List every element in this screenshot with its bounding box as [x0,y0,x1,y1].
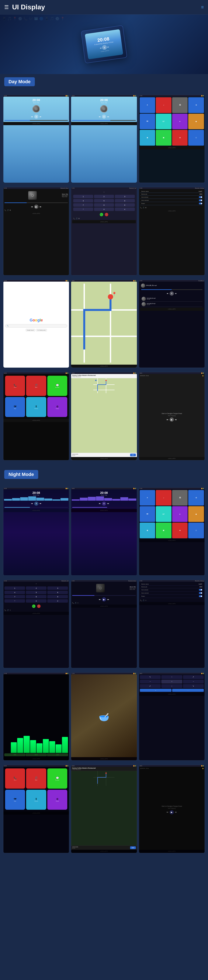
num-2[interactable]: 2 [94,195,114,198]
night-num-star[interactable]: * [5,599,25,603]
call-buttons[interactable]: 📞 📵 [72,212,136,217]
next-icon[interactable]: ⏭ [40,116,41,118]
night-app-bt[interactable]: BT [156,506,172,522]
night-bt-music-controls[interactable]: ⏮ ▶ ⏭ [71,597,137,601]
app-icon-photos[interactable]: 🖼 [172,97,188,113]
go-button[interactable]: GO [130,453,136,457]
night-num-3[interactable]: 3 [47,586,68,590]
night-power-toggle[interactable] [199,595,202,597]
carplay-messages[interactable]: 💬 Messages [47,376,67,396]
night-app-map[interactable]: 🗺 [140,506,155,522]
google-search-bar[interactable]: 🔍 [5,324,67,328]
night-call-btn[interactable]: 📞 [32,605,35,608]
num-7[interactable]: 7 [73,203,93,207]
song-item-2[interactable]: 华年往事_同F.mp3 华年往事 [141,302,202,307]
bt-prev[interactable]: ⏮ [31,206,33,208]
carplay-maps[interactable]: 🗺 Maps [5,397,25,417]
night-carplay-messages[interactable]: 💬 Messages [47,768,67,788]
app-icon-telegram[interactable]: ✈ [140,97,155,113]
bt-play[interactable]: ▶ [34,205,38,209]
eq-btn-3[interactable]: JAZZ [47,754,68,756]
zoom-out-btn[interactable]: - [172,689,204,692]
end-call-button[interactable]: 📵 [105,213,108,216]
eq-bottom-btns[interactable]: POP ROCK JAZZ [5,754,68,756]
carplay-phone[interactable]: 📞 Phone [5,376,25,396]
num-6[interactable]: 6 [115,199,135,202]
settings-power[interactable]: Power [140,202,203,205]
arrow-center[interactable]: ○ [161,680,182,684]
app-icon-bt[interactable]: BT [156,114,172,129]
night-carplay-maps[interactable]: 🗺 Maps [5,790,25,810]
night-num-9[interactable]: 9 [47,595,68,598]
night-numpad[interactable]: 1 2 3 4 5 6 7 8 9 * 0 # [3,585,69,604]
song-item-1[interactable]: 华年往事_同E.mp3 华年往事 [141,296,202,302]
night-num-0[interactable]: 0 [26,599,46,603]
app-icon-4[interactable]: ◆ [188,114,204,129]
arrow-up[interactable]: ↑ [161,675,182,679]
auto-answer-toggle[interactable] [199,196,202,198]
arrow-down-right[interactable]: ↘ [183,684,204,688]
night-call-buttons[interactable]: 📞 📵 [3,604,69,609]
feeling-lucky-btn[interactable]: I'm Feeling Lucky [36,329,47,331]
carplay-podcasts[interactable]: 🎙 Podcasts [26,397,46,417]
settings-auto-answer[interactable]: Auto answer [140,196,203,199]
night-app-photos[interactable]: 🖼 [172,490,188,506]
night-num-6[interactable]: 6 [47,591,68,594]
app-icon-8[interactable]: ◇ [188,130,204,146]
night-carplay-phone[interactable]: 📞 Phone [5,768,25,788]
arrow-controls-section[interactable]: ↖ ↑ ↗ ← ○ → ↙ ↓ ↘ + - [139,675,205,693]
night-app-5[interactable]: ◉ [140,523,155,538]
app-icon-5[interactable]: ◉ [140,130,155,146]
num-3[interactable]: 3 [115,195,135,198]
night-app-music[interactable]: ♪ [156,490,172,506]
bt-next[interactable]: ⏭ [40,206,41,208]
night-carplay-podcasts[interactable]: 🎙 Podcasts [26,790,46,810]
arrow-down-left[interactable]: ↙ [140,684,161,688]
night-end-btn[interactable]: 📵 [37,605,41,608]
arrow-left[interactable]: ← [140,680,161,684]
google-search-btn[interactable]: Google Search [26,329,35,331]
night-settings-power[interactable]: Power [140,595,203,598]
night-num-5[interactable]: 5 [26,591,46,594]
night-auto-connect-toggle[interactable] [199,592,202,594]
prev-icon[interactable]: ⏮ [31,116,33,118]
night-playback-2[interactable]: ⏮ ⏸ ⏭ [71,501,137,506]
app-icon-7[interactable]: ◈ [172,130,188,146]
night-app-8[interactable]: ◇ [188,523,204,538]
night-settings-auto-connect[interactable]: Auto connect [140,592,203,595]
social-controls[interactable]: ⏮ ⏸ ⏭ [140,291,203,296]
app-icon-map[interactable]: 🗺 [140,114,155,129]
night-carplay-controls[interactable]: ⏮ ▶ ⏭ [167,810,177,815]
call-button[interactable]: 📞 [100,213,103,216]
num-5[interactable]: 5 [94,199,114,202]
numpad[interactable]: 1 2 3 4 5 6 7 8 9 * 0 # [72,194,136,212]
app-icon-6[interactable]: ▣ [156,130,172,146]
night-playback-1[interactable]: ⏮ ⏸ ⏭ [3,501,69,506]
arrow-up-left[interactable]: ↖ [140,675,161,679]
eq-btn-1[interactable]: POP [5,754,25,756]
night-num-1[interactable]: 1 [5,586,25,590]
playback-controls-1[interactable]: ⏮ ⏸ ⏭ [3,115,69,119]
night-app-4[interactable]: ◆ [188,506,204,522]
arrow-up-right[interactable]: ↗ [183,675,204,679]
play-button-2[interactable]: ⏸ [102,115,106,119]
play-button-1[interactable]: ⏸ [34,115,38,119]
carplay-music[interactable]: 🎵 Music [26,376,46,396]
eq-btn-2[interactable]: ROCK [26,754,46,756]
power-toggle[interactable] [199,203,202,204]
next-icon-2[interactable]: ⏭ [107,116,109,118]
night-app-telegram[interactable]: ✈ [140,490,155,506]
num-star[interactable]: * [73,208,93,211]
night-app-6[interactable]: ▣ [156,523,172,538]
night-carplay-settings[interactable]: ⚙ Settings [47,790,67,810]
night-num-hash[interactable]: # [47,599,68,603]
carplay-settings[interactable]: ⚙ Settings [47,397,67,417]
night-auto-answer-toggle[interactable] [199,589,202,591]
hamburger-icon[interactable]: ≡ [201,5,204,10]
night-app-settings[interactable]: ⚙ [188,490,204,506]
night-app-7[interactable]: ◈ [172,523,188,538]
night-num-2[interactable]: 2 [26,586,46,590]
num-0[interactable]: 0 [94,208,114,211]
settings-auto-connect[interactable]: Auto connect [140,199,203,202]
num-9[interactable]: 9 [115,203,135,207]
